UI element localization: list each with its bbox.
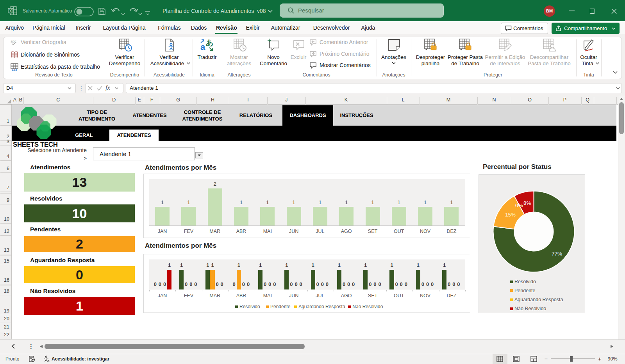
svg-text:X: X — [9, 9, 12, 13]
svg-text:8%: 8% — [523, 200, 531, 206]
svg-text:15%: 15% — [505, 212, 516, 218]
svg-text:あ: あ — [206, 39, 213, 47]
svg-text:123: 123 — [12, 68, 17, 71]
svg-text:77%: 77% — [552, 251, 562, 257]
svg-text:a: a — [200, 42, 205, 52]
svg-text:0%: 0% — [515, 202, 523, 208]
svg-text:abc: abc — [11, 39, 17, 43]
